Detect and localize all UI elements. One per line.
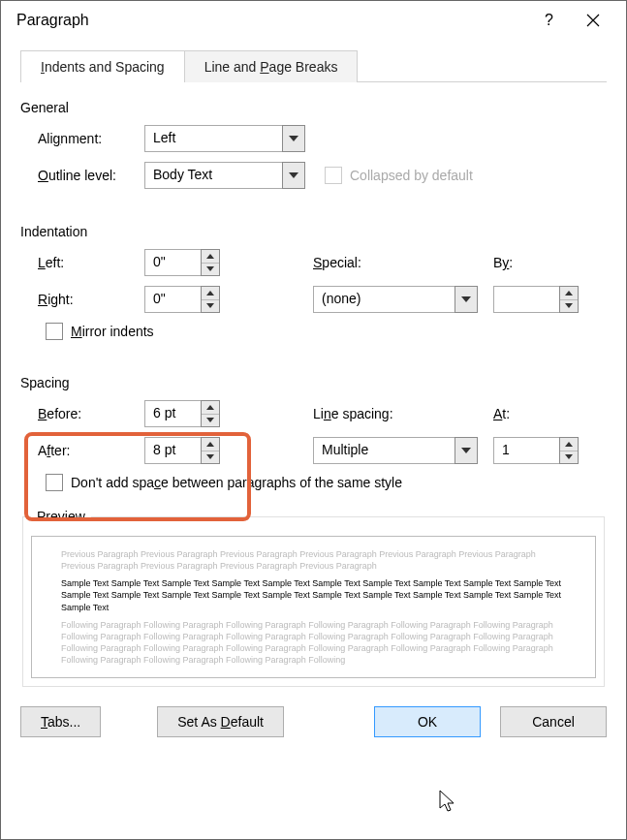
tab-bar: Indents and Spacing Line and Page Breaks: [20, 49, 607, 82]
spinner-arrows[interactable]: [559, 286, 579, 313]
outline-level-combo[interactable]: Body Text: [144, 162, 305, 189]
close-icon: [586, 14, 600, 27]
spin-up[interactable]: [560, 438, 578, 451]
tab-indents-spacing[interactable]: Indents and Spacing: [20, 50, 185, 82]
indent-right-spinner[interactable]: 0": [144, 286, 220, 313]
chevron-down-icon: [565, 454, 573, 459]
preview-group: Preview Previous Paragraph Previous Para…: [22, 509, 605, 687]
spin-down[interactable]: [202, 300, 219, 313]
chevron-up-icon: [206, 291, 214, 296]
by-spinner[interactable]: [493, 286, 579, 313]
spin-up[interactable]: [202, 250, 219, 264]
titlebar: Paragraph ?: [1, 1, 626, 40]
line-spacing-dropdown-button[interactable]: [455, 437, 478, 464]
checkbox-box[interactable]: [46, 474, 63, 491]
spacing-after-spinner[interactable]: 8 pt: [144, 437, 220, 464]
by-value[interactable]: [493, 286, 559, 313]
at-value[interactable]: 1: [493, 437, 559, 464]
spinner-arrows[interactable]: [559, 437, 579, 464]
chevron-down-icon: [289, 172, 298, 178]
special-label: Special:: [313, 255, 410, 270]
special-dropdown-button[interactable]: [455, 286, 478, 313]
alignment-dropdown-button[interactable]: [282, 125, 305, 152]
set-as-default-button[interactable]: Set As Default: [157, 706, 284, 737]
line-spacing-label: Line spacing:: [313, 406, 493, 421]
preview-box: Previous Paragraph Previous Paragraph Pr…: [31, 536, 596, 678]
chevron-down-icon: [289, 136, 298, 141]
outline-level-label: Outline level:: [38, 168, 144, 183]
at-label: At:: [493, 406, 510, 421]
collapsed-checkbox: Collapsed by default: [325, 167, 473, 184]
preview-label: Preview: [31, 509, 91, 524]
chevron-down-icon: [461, 448, 471, 453]
checkbox-box: [325, 167, 342, 184]
cancel-button[interactable]: Cancel: [500, 706, 607, 737]
dialog-buttons: Tabs... Set As Default OK Cancel: [20, 706, 607, 737]
spinner-arrows[interactable]: [201, 286, 220, 313]
close-button[interactable]: [571, 6, 614, 35]
chevron-down-icon: [206, 418, 214, 422]
spin-down[interactable]: [560, 451, 578, 464]
spacing-before-label: Before:: [38, 406, 144, 421]
spin-down[interactable]: [560, 300, 578, 313]
spin-down[interactable]: [202, 415, 219, 427]
at-spinner[interactable]: 1: [493, 437, 579, 464]
checkbox-box[interactable]: [46, 323, 63, 340]
chevron-up-icon: [565, 291, 573, 296]
help-button[interactable]: ?: [527, 6, 571, 35]
mirror-indents-checkbox[interactable]: Mirror indents: [46, 323, 154, 340]
spacing-after-label: After:: [38, 443, 144, 458]
line-spacing-combo[interactable]: Multiple: [313, 437, 478, 464]
tabs-button[interactable]: Tabs...: [20, 706, 101, 737]
general-group-label: General: [20, 100, 607, 115]
dialog-title: Paragraph: [16, 12, 527, 29]
chevron-up-icon: [565, 442, 573, 447]
preview-previous: Previous Paragraph Previous Paragraph Pr…: [61, 548, 566, 572]
alignment-label: Alignment:: [38, 131, 144, 146]
no-space-same-style-label: Don't add space between paragraphs of th…: [71, 475, 402, 490]
indent-left-spinner[interactable]: 0": [144, 249, 220, 276]
ok-button[interactable]: OK: [374, 706, 481, 737]
chevron-down-icon: [565, 303, 573, 308]
indent-left-label: Left:: [38, 255, 144, 270]
preview-following: Following Paragraph Following Paragraph …: [61, 619, 566, 667]
chevron-down-icon: [461, 296, 471, 302]
outline-dropdown-button[interactable]: [282, 162, 305, 189]
cursor-icon: [439, 790, 458, 815]
spin-up[interactable]: [560, 287, 578, 300]
special-combo[interactable]: (none): [313, 286, 478, 313]
chevron-down-icon: [206, 454, 214, 459]
spinner-arrows[interactable]: [201, 400, 220, 427]
outline-level-value: Body Text: [144, 162, 282, 189]
spin-up[interactable]: [202, 401, 219, 415]
spin-down[interactable]: [202, 264, 219, 276]
tab-line-page-breaks[interactable]: Line and Page Breaks: [185, 50, 359, 82]
indent-left-value[interactable]: 0": [144, 249, 201, 276]
chevron-up-icon: [206, 442, 214, 447]
chevron-down-icon: [206, 266, 214, 271]
spin-up[interactable]: [202, 438, 219, 451]
spin-up[interactable]: [202, 287, 219, 300]
no-space-same-style-checkbox[interactable]: Don't add space between paragraphs of th…: [46, 474, 402, 491]
spinner-arrows[interactable]: [201, 249, 220, 276]
mirror-indents-label: Mirror indents: [71, 324, 154, 339]
collapsed-label: Collapsed by default: [350, 168, 473, 183]
spacing-before-spinner[interactable]: 6 pt: [144, 400, 220, 427]
spin-down[interactable]: [202, 451, 219, 464]
indentation-group-label: Indentation: [20, 224, 607, 239]
preview-sample: Sample Text Sample Text Sample Text Samp…: [61, 577, 566, 612]
spacing-after-value[interactable]: 8 pt: [144, 437, 201, 464]
chevron-down-icon: [206, 303, 214, 308]
line-spacing-value: Multiple: [313, 437, 455, 464]
spinner-arrows[interactable]: [201, 437, 220, 464]
indent-right-label: Right:: [38, 292, 144, 307]
chevron-up-icon: [206, 405, 214, 410]
chevron-up-icon: [206, 254, 214, 259]
alignment-combo[interactable]: Left: [144, 125, 305, 152]
spacing-group-label: Spacing: [20, 375, 607, 390]
indent-right-value[interactable]: 0": [144, 286, 201, 313]
alignment-value: Left: [144, 125, 282, 152]
spacing-before-value[interactable]: 6 pt: [144, 400, 201, 427]
special-value: (none): [313, 286, 455, 313]
by-label: By:: [493, 255, 513, 270]
